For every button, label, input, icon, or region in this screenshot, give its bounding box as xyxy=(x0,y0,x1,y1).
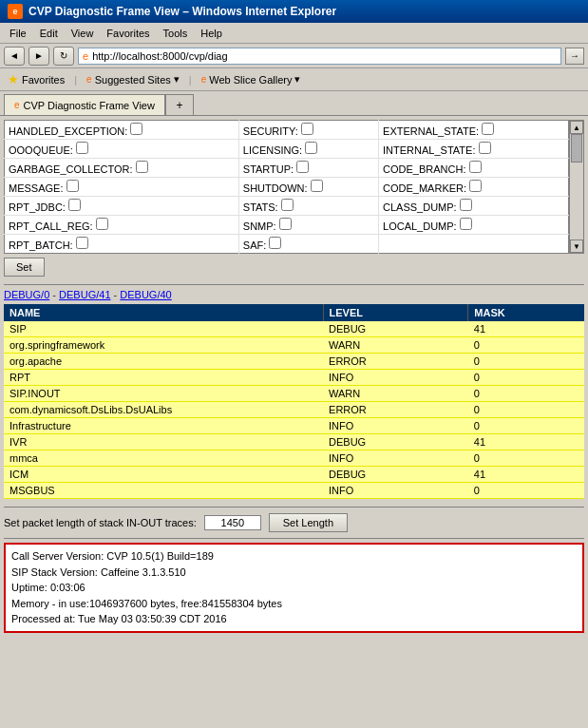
info-line2: SIP Stack Version: Caffeine 3.1.3.510 xyxy=(11,565,577,581)
menu-favorites[interactable]: Favorites xyxy=(101,26,155,41)
cb-snmp[interactable] xyxy=(279,218,292,230)
scroll-up-arrow[interactable]: ▲ xyxy=(570,121,583,134)
grid-scrollbar[interactable]: ▲ ▼ xyxy=(569,120,584,254)
new-tab-button[interactable]: + xyxy=(165,94,194,115)
checkbox-table: HANDLED_EXCEPTION: SECURITY: EXTERNAL_ST… xyxy=(4,120,569,254)
separator-1: | xyxy=(74,74,77,86)
label-rpt-batch: RPT_BATCH: xyxy=(9,239,73,251)
cb-rpt-jdbc[interactable] xyxy=(68,199,81,211)
cb-code-branch[interactable] xyxy=(469,161,482,173)
table-row: org.apache ERROR 0 xyxy=(4,354,584,370)
cb-saf[interactable] xyxy=(269,237,281,249)
checkbox-cell: LOCAL_DUMP: xyxy=(379,216,569,235)
checkbox-cell: RPT_JDBC: xyxy=(5,197,239,216)
cell-name: mmca xyxy=(4,450,323,467)
menu-help[interactable]: Help xyxy=(195,26,228,41)
cb-oooqueue[interactable] xyxy=(76,142,88,154)
menu-bar: File Edit View Favorites Tools Help xyxy=(0,23,588,44)
cell-level: INFO xyxy=(323,370,468,386)
label-oooqueue: OOOQUEUE: xyxy=(9,144,73,156)
checkbox-grid: HANDLED_EXCEPTION: SECURITY: EXTERNAL_ST… xyxy=(4,120,569,254)
checkbox-row: RPT_CALL_REG: SNMP: LOCAL_DUMP: xyxy=(5,216,569,235)
set-length-button[interactable]: Set Length xyxy=(269,513,348,532)
cb-local-dump[interactable] xyxy=(460,218,472,230)
cb-handled-exception[interactable] xyxy=(130,123,142,135)
suggested-sites-item[interactable]: e Suggested Sites ▾ xyxy=(83,72,183,86)
table-row: org.springframework WARN 0 xyxy=(4,337,584,354)
label-handled-exception: HANDLED_EXCEPTION: xyxy=(9,125,127,137)
menu-tools[interactable]: Tools xyxy=(158,26,194,41)
cell-name: MSGBUS xyxy=(4,483,323,499)
cb-rpt-call-reg[interactable] xyxy=(96,218,108,230)
suggested-sites-label: Suggested Sites xyxy=(95,74,171,86)
checkbox-cell: OOOQUEUE: xyxy=(5,140,239,159)
label-snmp: SNMP: xyxy=(243,220,276,232)
cb-code-marker[interactable] xyxy=(469,180,482,192)
breadcrumb-debug40[interactable]: DEBUG/40 xyxy=(120,289,171,300)
packet-length-input[interactable] xyxy=(204,515,261,530)
cell-mask: 0 xyxy=(468,337,584,354)
scroll-down-arrow[interactable]: ▼ xyxy=(570,239,583,253)
checkbox-cell: STARTUP: xyxy=(238,159,378,178)
set-button[interactable]: Set xyxy=(4,258,45,277)
title-bar-label: CVP Diagnostic Frame View – Windows Inte… xyxy=(28,5,336,18)
address-bar: ◄ ► ↻ e http://localhost:8000/cvp/diag → xyxy=(0,44,588,68)
breadcrumb-debug0[interactable]: DEBUG/0 xyxy=(4,289,49,300)
checkbox-cell-empty xyxy=(379,235,569,254)
favorites-item[interactable]: ★ Favorites xyxy=(4,71,68,87)
address-field[interactable]: e http://localhost:8000/cvp/diag xyxy=(78,48,561,65)
table-row: RPT INFO 0 xyxy=(4,370,584,386)
title-bar: e CVP Diagnostic Frame View – Windows In… xyxy=(0,0,588,23)
cell-mask: 0 xyxy=(468,402,584,418)
cb-rpt-batch[interactable] xyxy=(76,237,88,249)
checkbox-grid-wrapper: HANDLED_EXCEPTION: SECURITY: EXTERNAL_ST… xyxy=(4,120,584,254)
suggested-icon: e xyxy=(86,74,92,85)
checkbox-cell: SHUTDOWN: xyxy=(238,178,378,197)
menu-view[interactable]: View xyxy=(66,26,100,41)
info-line3: Uptime: 0:03:06 xyxy=(11,580,577,596)
cell-level: INFO xyxy=(323,483,468,499)
ie-icon: e xyxy=(8,4,23,19)
table-row: IVR DEBUG 41 xyxy=(4,434,584,450)
back-button[interactable]: ◄ xyxy=(4,47,25,66)
checkbox-row: MESSAGE: SHUTDOWN: CODE_MARKER: xyxy=(5,178,569,197)
label-rpt-jdbc: RPT_JDBC: xyxy=(9,201,66,213)
table-header-row: NAME LEVEL MASK xyxy=(4,304,584,321)
tab-cvp-diagnostic[interactable]: e CVP Diagnostic Frame View xyxy=(4,94,165,115)
divider-1 xyxy=(4,284,584,285)
cb-message[interactable] xyxy=(66,180,79,192)
cb-external-state[interactable] xyxy=(482,123,494,135)
cb-class-dump[interactable] xyxy=(460,199,472,211)
go-button[interactable]: → xyxy=(565,48,584,65)
page-icon: e xyxy=(83,50,88,62)
star-icon: ★ xyxy=(8,72,19,86)
breadcrumb-debug41[interactable]: DEBUG/41 xyxy=(59,289,110,300)
favorites-label: Favorites xyxy=(22,74,65,86)
cell-name: org.springframework xyxy=(4,337,323,354)
forward-button[interactable]: ► xyxy=(28,47,49,66)
cb-security[interactable] xyxy=(301,123,313,135)
col-header-name: NAME xyxy=(4,304,323,321)
label-local-dump: LOCAL_DUMP: xyxy=(383,220,457,232)
info-line4: Memory - in use:1046937600 bytes, free:8… xyxy=(11,596,577,612)
scrollbar-track xyxy=(570,134,583,239)
cb-licensing[interactable] xyxy=(305,142,317,154)
checkbox-row: RPT_BATCH: SAF: xyxy=(5,235,569,254)
data-table: NAME LEVEL MASK SIP DEBUG 41 org.springf… xyxy=(4,304,584,499)
web-slice-gallery-item[interactable]: e Web Slice Gallery ▾ xyxy=(198,72,305,86)
refresh-button[interactable]: ↻ xyxy=(53,47,74,66)
checkbox-cell: CLASS_DUMP: xyxy=(379,197,569,216)
menu-edit[interactable]: Edit xyxy=(34,26,64,41)
cell-name: SIP.INOUT xyxy=(4,386,323,402)
checkbox-row: HANDLED_EXCEPTION: SECURITY: EXTERNAL_ST… xyxy=(5,121,569,140)
separator-2: | xyxy=(189,74,192,86)
cb-shutdown[interactable] xyxy=(311,180,323,192)
checkbox-row: RPT_JDBC: STATS: CLASS_DUMP: xyxy=(5,197,569,216)
scrollbar-thumb[interactable] xyxy=(571,134,582,163)
cb-garbage-collector[interactable] xyxy=(136,161,148,173)
cb-stats[interactable] xyxy=(281,199,294,211)
cb-internal-state[interactable] xyxy=(479,142,491,154)
cb-startup[interactable] xyxy=(296,161,309,173)
menu-file[interactable]: File xyxy=(4,26,32,41)
checkbox-cell: LICENSING: xyxy=(238,140,378,159)
